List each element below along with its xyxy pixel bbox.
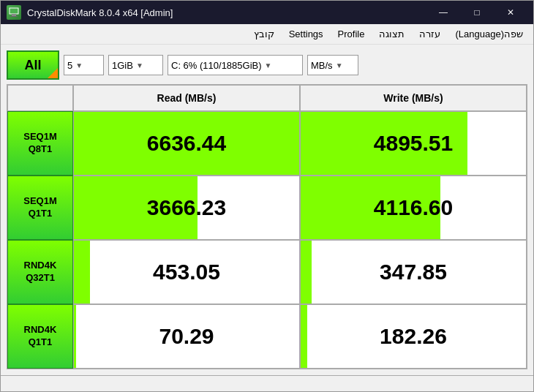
svg-rect-2 [10, 16, 18, 17]
minimize-button[interactable]: — [426, 1, 460, 24]
menu-item-language[interactable]: שפה(Language) [448, 26, 530, 42]
window-controls: — □ ✕ [426, 1, 527, 24]
label-seq1m-q8t1: SEQ1M Q8T1 [7, 111, 73, 176]
write-seq1m-q1t1: 4116.60 [300, 176, 527, 240]
size-dropdown-arrow: ▼ [136, 61, 143, 69]
svg-rect-1 [12, 14, 16, 16]
menu-item-help[interactable]: עזרה [412, 26, 448, 42]
maximize-button[interactable]: □ [460, 1, 494, 24]
unit-dropdown[interactable]: MB/s ▼ [307, 55, 358, 75]
runs-dropdown[interactable]: 5 ▼ [64, 55, 104, 75]
label-rnd4k-q32t1: RND4K Q32T1 [7, 240, 73, 304]
close-button[interactable]: ✕ [494, 1, 527, 24]
main-window: CrystalDiskMark 8.0.4 x64 [Admin] — □ ✕ … [0, 0, 534, 392]
read-rnd4k-q32t1: 453.05 [73, 240, 300, 304]
drive-dropdown-arrow: ▼ [265, 61, 272, 69]
titlebar: CrystalDiskMark 8.0.4 x64 [Admin] — □ ✕ [1, 1, 533, 24]
menu-item-view[interactable]: תצוגה [372, 26, 412, 42]
drive-dropdown[interactable]: C: 6% (110/1885GiB) ▼ [168, 55, 303, 75]
label-seq1m-q1t1: SEQ1M Q1T1 [7, 176, 73, 240]
read-seq1m-q8t1: 6636.44 [73, 111, 300, 176]
write-rnd4k-q1t1: 182.26 [300, 304, 527, 369]
write-rnd4k-q32t1: 347.85 [300, 240, 527, 304]
label-rnd4k-q1t1: RND4K Q1T1 [7, 304, 73, 369]
write-seq1m-q8t1: 4895.51 [300, 111, 527, 176]
menu-item-file[interactable]: קובץ [247, 26, 282, 42]
window-title: CrystalDiskMark 8.0.4 x64 [Admin] [27, 7, 426, 18]
all-button[interactable]: All [7, 50, 59, 80]
read-rnd4k-q1t1: 70.29 [73, 304, 300, 369]
runs-dropdown-arrow: ▼ [75, 61, 83, 69]
menu-item-profile[interactable]: Profile [331, 26, 372, 42]
controls-row: All 5 ▼ 1GiB ▼ C: 6% (110/1885GiB) ▼ MB/… [7, 50, 527, 80]
results-table: Read (MB/s) Write (MB/s) SEQ1M Q8T1 6636… [7, 84, 527, 369]
app-icon [7, 5, 21, 20]
size-dropdown[interactable]: 1GiB ▼ [108, 55, 163, 75]
header-write: Write (MB/s) [300, 85, 527, 111]
svg-rect-0 [10, 8, 18, 14]
main-content: All 5 ▼ 1GiB ▼ C: 6% (110/1885GiB) ▼ MB/… [1, 45, 533, 375]
statusbar [1, 375, 533, 391]
unit-dropdown-arrow: ▼ [336, 61, 343, 69]
header-read: Read (MB/s) [73, 85, 300, 111]
menu-item-settings[interactable]: Settings [282, 26, 331, 42]
menubar: שפה(Language) עזרה תצוגה Profile Setting… [1, 24, 533, 45]
read-seq1m-q1t1: 3666.23 [73, 176, 300, 240]
header-empty [7, 85, 73, 111]
